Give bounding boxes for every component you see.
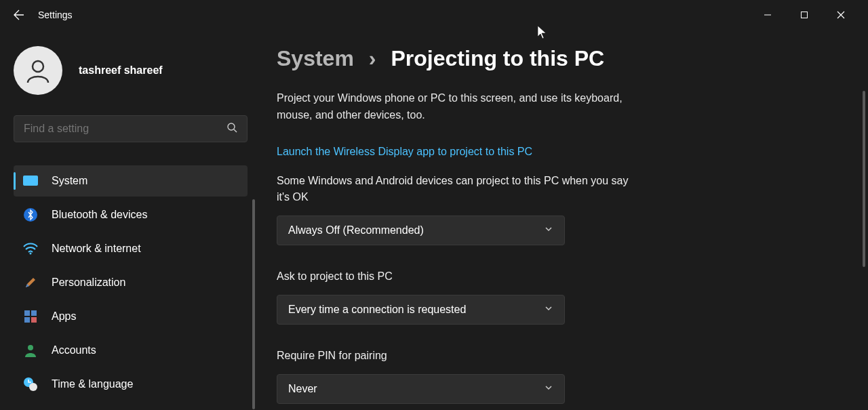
dropdown-value: Always Off (Recommended) xyxy=(288,224,424,237)
svg-point-5 xyxy=(30,253,32,255)
sidebar-item-label: Apps xyxy=(52,310,76,323)
breadcrumb: System › Projecting to this PC xyxy=(277,46,868,71)
sidebar-item-label: Personalization xyxy=(52,276,125,289)
clock-globe-icon xyxy=(23,377,38,392)
person-icon xyxy=(24,57,52,84)
sidebar-item-time-language[interactable]: Time & language xyxy=(14,369,248,400)
sidebar-item-label: Bluetooth & devices xyxy=(52,209,147,221)
chevron-right-icon: › xyxy=(369,46,376,71)
ask-project-dropdown[interactable]: Every time a connection is requested xyxy=(277,295,565,325)
nav-list: System Bluetooth & devices Network & int… xyxy=(14,165,248,400)
arrow-left-icon xyxy=(14,9,24,20)
sidebar-item-label: Time & language xyxy=(52,378,133,390)
dropdown-value: Every time a connection is requested xyxy=(288,304,466,316)
minimize-button[interactable] xyxy=(761,11,774,19)
svg-rect-8 xyxy=(24,317,30,323)
sidebar-item-system[interactable]: System xyxy=(14,165,248,197)
chevron-down-icon xyxy=(544,304,553,316)
setting-label-ask-project: Ask to project to this PC xyxy=(277,268,643,285)
setting-label-require-pin: Require PIN for pairing xyxy=(277,348,643,365)
svg-rect-0 xyxy=(802,12,808,18)
chevron-down-icon xyxy=(544,224,553,237)
content-area: System › Projecting to this PC Project y… xyxy=(255,30,868,410)
maximize-button[interactable] xyxy=(797,11,811,19)
user-name: tashreef shareef xyxy=(79,64,163,77)
title-bar: Settings xyxy=(0,0,868,30)
bluetooth-icon xyxy=(23,207,38,222)
account-icon xyxy=(23,343,38,358)
sidebar-item-label: Network & internet xyxy=(52,243,141,255)
app-title: Settings xyxy=(38,9,73,20)
close-button[interactable] xyxy=(834,11,848,19)
svg-rect-7 xyxy=(31,310,37,316)
svg-point-1 xyxy=(33,61,43,72)
wifi-icon xyxy=(23,241,38,256)
sidebar-item-accounts[interactable]: Accounts xyxy=(14,335,248,366)
chevron-down-icon xyxy=(544,383,553,395)
apps-icon xyxy=(23,309,38,324)
search-icon xyxy=(226,122,237,136)
svg-point-2 xyxy=(228,123,235,130)
project-permission-dropdown[interactable]: Always Off (Recommended) xyxy=(277,216,565,245)
dropdown-value: Never xyxy=(288,383,317,395)
sidebar: tashreef shareef System Bluetooth & devi… xyxy=(0,30,255,410)
sidebar-item-bluetooth[interactable]: Bluetooth & devices xyxy=(14,199,248,230)
back-button[interactable] xyxy=(7,3,31,27)
setting-label-project-permission: Some Windows and Android devices can pro… xyxy=(277,173,643,207)
svg-point-12 xyxy=(29,383,37,391)
svg-rect-6 xyxy=(24,310,30,316)
sidebar-item-network[interactable]: Network & internet xyxy=(14,233,248,264)
sidebar-item-personalization[interactable]: Personalization xyxy=(14,267,248,298)
search-input[interactable] xyxy=(24,123,226,135)
sidebar-item-apps[interactable]: Apps xyxy=(14,301,248,332)
sidebar-item-label: System xyxy=(52,175,87,187)
paintbrush-icon xyxy=(23,275,38,290)
svg-rect-3 xyxy=(23,176,38,186)
svg-rect-9 xyxy=(31,317,37,323)
avatar xyxy=(14,46,62,95)
page-title: Projecting to this PC xyxy=(391,46,605,71)
breadcrumb-parent[interactable]: System xyxy=(277,46,354,71)
require-pin-dropdown[interactable]: Never xyxy=(277,374,565,404)
page-description: Project your Windows phone or PC to this… xyxy=(277,90,656,124)
launch-wireless-display-link[interactable]: Launch the Wireless Display app to proje… xyxy=(277,146,532,158)
search-box[interactable] xyxy=(14,115,248,142)
content-scrollbar[interactable] xyxy=(863,91,865,267)
sidebar-item-label: Accounts xyxy=(52,344,96,356)
svg-point-10 xyxy=(28,345,33,350)
display-icon xyxy=(23,173,38,188)
profile[interactable]: tashreef shareef xyxy=(14,46,250,95)
